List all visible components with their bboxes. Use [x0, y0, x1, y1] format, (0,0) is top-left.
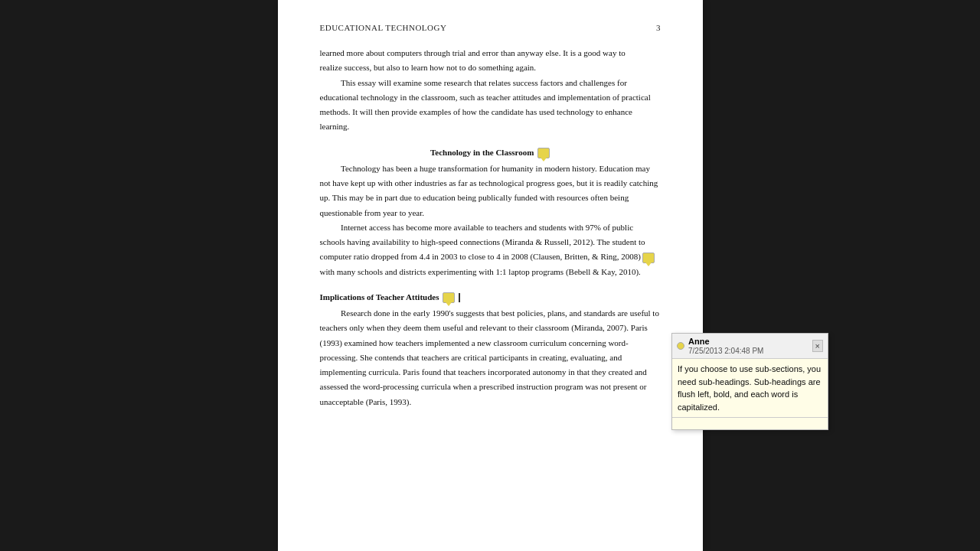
comment-text: If you choose to use sub-sections, you n… — [672, 359, 828, 417]
paragraph-3: Technology has been a huge transformatio… — [320, 161, 661, 220]
page-number: 3 — [656, 23, 661, 32]
paragraph-2-text: This essay will examine some research th… — [320, 76, 661, 135]
heading-teacher-attitudes: Implications of Teacher Attitudes — [320, 290, 661, 305]
comment-bubble-1[interactable] — [537, 148, 550, 158]
comment-footer — [672, 417, 828, 429]
document-page: EDUCATIONAL TECHNOLOGY 3 learned more ab… — [278, 0, 703, 551]
paragraph-5: Research done in the early 1990's sugges… — [320, 306, 661, 409]
comment-author-info: Anne 7/25/2013 2:04:48 PM — [677, 337, 763, 355]
comment-meta: Anne 7/25/2013 2:04:48 PM — [688, 337, 763, 355]
paragraph-1-line2: realize success, but also to learn how n… — [320, 60, 661, 75]
comment-bubble-2[interactable] — [642, 253, 655, 263]
heading-technology-classroom: Technology in the Classroom — [320, 145, 661, 160]
paragraph-5-text: Research done in the early 1990's sugges… — [320, 306, 661, 409]
paragraph-1-line1: learned more about computers through tri… — [320, 46, 661, 60]
comment-date: 7/25/2013 2:04:48 PM — [688, 347, 763, 355]
page-header: EDUCATIONAL TECHNOLOGY 3 — [320, 23, 661, 32]
paragraph-2: This essay will examine some research th… — [320, 76, 661, 135]
comment-close-button[interactable]: × — [812, 340, 823, 352]
document-body: learned more about computers through tri… — [320, 46, 661, 409]
comment-dot-icon — [677, 342, 684, 350]
paragraph-4-text: Internet access has become more availabl… — [320, 220, 661, 279]
comment-author-name: Anne — [688, 337, 710, 346]
comment-bubble-3[interactable] — [443, 292, 455, 303]
comment-popup: Anne 7/25/2013 2:04:48 PM × If you choos… — [671, 333, 828, 430]
paragraph-4: Internet access has become more availabl… — [320, 220, 661, 279]
document-title: EDUCATIONAL TECHNOLOGY — [320, 23, 447, 32]
text-cursor — [459, 293, 460, 302]
comment-header: Anne 7/25/2013 2:04:48 PM × — [672, 334, 828, 359]
paragraph-3-text: Technology has been a huge transformatio… — [320, 161, 661, 220]
